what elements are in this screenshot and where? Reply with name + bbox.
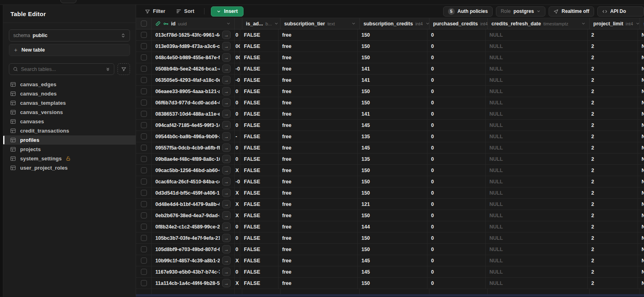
cell-su[interactable]: N — [638, 266, 644, 277]
cell-is_admin[interactable]: FALSE — [240, 41, 279, 52]
cell-credits_refresh_date[interactable]: NULL — [486, 255, 588, 266]
cell-su[interactable]: N — [638, 97, 644, 108]
cell-subscription_tier[interactable]: free — [279, 255, 358, 266]
sidebar-item-canvas_templates[interactable]: canvas_templates — [3, 98, 136, 108]
cell-id[interactable]: 013e039a-fd89-473a-a3c6-ccfa9...→ — [152, 41, 235, 52]
cell-credits_refresh_date[interactable]: NULL — [486, 41, 588, 52]
expand-row-button[interactable]: → — [222, 98, 231, 107]
sort-button[interactable]: Sort — [173, 6, 198, 17]
expand-row-button[interactable]: → — [222, 132, 231, 141]
expand-row-button[interactable]: → — [222, 200, 231, 208]
cell-su[interactable]: N — [638, 108, 644, 119]
cell-project_limit[interactable]: 2 — [588, 266, 638, 277]
cell-subscription_tier[interactable]: free — [279, 29, 358, 40]
cell-id[interactable]: 0eb2b676-38ed-4ea7-9dad-38e6...→ — [152, 210, 235, 221]
expand-row-button[interactable]: → — [222, 268, 231, 276]
cell-project_limit[interactable]: 2 — [588, 176, 638, 187]
cell-credits_refresh_date[interactable]: NULL — [486, 63, 588, 74]
cell-credits_refresh_date[interactable]: NULL — [486, 97, 588, 108]
cell-id[interactable]: 0d3d541d-bf5c-459f-a406-16b93...→ — [152, 187, 235, 198]
sidebar-item-user_project_roles[interactable]: user_project_roles — [3, 163, 136, 172]
cell-purchased_credits[interactable]: 0 — [427, 165, 486, 176]
cell-purchased_credits[interactable]: 0 — [427, 97, 486, 108]
expand-row-button[interactable]: → — [222, 155, 231, 163]
cell-frag[interactable]: 0 — [235, 233, 240, 243]
cell-id[interactable]: 08386537-10d4-488a-a11e-eb5a6...→ — [152, 108, 235, 119]
column-header-subscription_tier[interactable]: subscription_tiertext — [281, 18, 360, 29]
cell-credits_refresh_date[interactable]: NULL — [486, 86, 588, 97]
cell-project_limit[interactable]: 2 — [588, 255, 638, 266]
cell-subscription_tier[interactable]: free — [279, 187, 358, 198]
auth-policies-button[interactable]: 5 Auth policies — [443, 6, 493, 17]
row-checkbox[interactable] — [141, 122, 147, 128]
cell-project_limit[interactable]: 2 — [588, 52, 638, 63]
cell-id[interactable]: 0d48e4d4-b1bf-4479-9a8b-4a4b...→ — [152, 199, 235, 210]
cell-project_limit[interactable]: 2 — [588, 75, 638, 85]
column-header-purchased_credits[interactable]: purchased_creditsint4 — [429, 18, 488, 29]
cell-subscription_tier[interactable]: free — [279, 176, 358, 187]
insert-button[interactable]: Insert — [211, 6, 244, 17]
row-checkbox[interactable] — [141, 77, 147, 83]
row-checkbox[interactable] — [141, 258, 147, 264]
cell-credits_refresh_date[interactable]: NULL — [486, 120, 588, 131]
cell-credits_refresh_date[interactable]: NULL — [486, 52, 588, 63]
column-header-is_ad...[interactable]: is_ad...b... — [242, 18, 281, 29]
cell-credits_refresh_date[interactable]: NULL — [486, 131, 588, 142]
cell-frag[interactable]: 0 — [235, 142, 240, 153]
row-checkbox[interactable] — [141, 32, 147, 38]
column-menu-icon[interactable] — [226, 21, 231, 26]
cell-subscription_tier[interactable]: free — [279, 75, 358, 85]
cell-subscription_credits[interactable]: 150 — [358, 210, 427, 221]
cell-frag[interactable]: 0C — [235, 41, 240, 52]
cell-frag[interactable]: 0 — [235, 108, 240, 119]
row-checkbox[interactable] — [141, 212, 147, 218]
cell-frag[interactable]: X — [235, 255, 240, 266]
cell-subscription_credits[interactable]: 150 — [358, 233, 427, 243]
row-checkbox[interactable] — [141, 224, 147, 230]
cell-id[interactable]: 013cf78d-1625-43fc-9961-442189...→ — [152, 29, 235, 40]
row-checkbox[interactable] — [141, 111, 147, 117]
cell-is_admin[interactable]: FALSE — [240, 244, 279, 255]
cell-purchased_credits[interactable]: 0 — [427, 187, 486, 198]
cell-su[interactable]: N — [638, 165, 644, 176]
cell-purchased_credits[interactable]: 0 — [427, 244, 486, 255]
expand-row-button[interactable]: → — [222, 234, 231, 242]
cell-credits_refresh_date[interactable]: NULL — [486, 108, 588, 119]
row-checkbox[interactable] — [141, 54, 147, 60]
expand-row-button[interactable]: → — [222, 189, 231, 197]
cell-subscription_credits[interactable]: 150 — [358, 278, 427, 289]
cell-purchased_credits[interactable]: 0 — [427, 210, 486, 221]
cell-su[interactable]: N — [638, 41, 644, 52]
cell-frag[interactable]: 0 — [235, 29, 240, 40]
cell-is_admin[interactable]: FALSE — [240, 142, 279, 153]
row-checkbox[interactable] — [141, 133, 147, 139]
sidebar-filter-button[interactable] — [118, 63, 130, 75]
expand-row-button[interactable]: → — [222, 177, 231, 186]
cell-purchased_credits[interactable]: 0 — [427, 278, 486, 289]
filter-button[interactable]: Filter — [142, 6, 169, 17]
cell-credits_refresh_date[interactable]: NULL — [486, 210, 588, 221]
cell-subscription_tier[interactable]: free — [279, 154, 358, 164]
cell-subscription_tier[interactable]: free — [279, 142, 358, 153]
row-checkbox[interactable] — [141, 145, 147, 151]
cell-purchased_credits[interactable]: 0 — [427, 142, 486, 153]
cell-id[interactable]: 105bc3b7-03fe-4e7f-9efa-21bb40...→ — [152, 233, 235, 243]
cell-purchased_credits[interactable]: 0 — [427, 176, 486, 187]
role-select-button[interactable]: Role postgres — [496, 6, 545, 17]
column-header-su[interactable]: su — [640, 18, 644, 29]
cell-is_admin[interactable]: FALSE — [240, 233, 279, 243]
cell-su[interactable]: N — [638, 176, 644, 187]
cell-subscription_credits[interactable]: 150 — [358, 41, 427, 52]
expand-row-button[interactable]: → — [222, 256, 231, 265]
cell-su[interactable]: N — [638, 221, 644, 232]
cell-subscription_tier[interactable]: free — [279, 131, 358, 142]
expand-row-button[interactable]: → — [222, 76, 231, 84]
cell-is_admin[interactable]: FALSE — [240, 120, 279, 131]
cell-purchased_credits[interactable]: 0 — [427, 154, 486, 164]
cell-is_admin[interactable]: FALSE — [240, 176, 279, 187]
expand-row-button[interactable]: → — [222, 279, 231, 287]
cell-is_admin[interactable]: FALSE — [240, 75, 279, 85]
cell-frag[interactable]: X — [235, 278, 240, 289]
cell-is_admin[interactable]: FALSE — [240, 278, 279, 289]
cell-project_limit[interactable]: 2 — [588, 29, 638, 40]
